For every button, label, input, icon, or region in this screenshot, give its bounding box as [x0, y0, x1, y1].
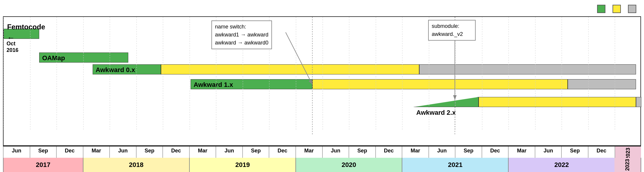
year-band-2017: 2017 [3, 158, 83, 172]
timeline-ticks: JunSepDecMarJunSepDecMarJunSepDecMarJunS… [3, 146, 641, 158]
submodule-text: submodule:awkward._v2 [432, 23, 463, 37]
awk0x-label: Awkward 0.x [96, 66, 135, 74]
year-band-2021: 2021 [402, 158, 508, 172]
awk1x-label: Awkward 1.x [194, 81, 233, 89]
legend-item-rel [613, 5, 623, 13]
tick-11: Mar [295, 146, 322, 158]
year-band-2018: 2018 [83, 158, 189, 172]
submodule-annotation: submodule:awkward._v2 [428, 20, 476, 41]
tick-6: Dec [162, 146, 189, 158]
legend [0, 0, 644, 16]
name-switch-annotation: name switch:awkward1 → awkwardawkward → … [211, 20, 272, 49]
tick-3: Mar [83, 146, 110, 158]
bar-awk2x-dev [413, 97, 479, 107]
chart-area: Femtocode ← Oct2016 OAMap Awkward 0.x Aw [3, 16, 641, 146]
dep-color-box [628, 5, 636, 13]
bar-awk1x-dep [568, 79, 636, 89]
bar-awk2x-dep [636, 97, 641, 107]
oct-2016-label: Oct2016 [7, 41, 18, 53]
tick-20: Jun [535, 146, 561, 158]
tick-15: Mar [402, 146, 428, 158]
tick-9: Sep [242, 146, 269, 158]
year-band-2020: 2020 [295, 158, 402, 172]
tick-5: Sep [136, 146, 163, 158]
tick-2: Dec [56, 146, 83, 158]
legend-item-dev [597, 5, 607, 13]
bar-awk0x-dep [419, 64, 636, 74]
legend-item-dep [628, 5, 638, 13]
year-bands: 2017201820192020202120222023 [3, 158, 641, 172]
tick-21: Sep [561, 146, 588, 158]
tick-8: Jun [216, 146, 242, 158]
tick-7: Mar [189, 146, 216, 158]
main-container: Femtocode ← Oct2016 OAMap Awkward 0.x Aw [0, 0, 644, 172]
tick-13: Sep [349, 146, 375, 158]
bar-awk0x-rel [161, 64, 419, 74]
tick-22: Dec [588, 146, 615, 158]
bar-awk1x-rel [312, 79, 568, 89]
chart-wrapper: Femtocode ← Oct2016 OAMap Awkward 0.x Aw [0, 16, 644, 172]
oamap-label: OAMap [42, 54, 65, 62]
year-band-2022: 2022 [508, 158, 614, 172]
tick-16: Jun [428, 146, 455, 158]
femtocode-label: Femtocode [7, 23, 45, 31]
awk2x-label: Awkward 2.x [416, 109, 456, 117]
tick-18: Dec [482, 146, 508, 158]
name-switch-text: name switch:awkward1 → awkwardawkward → … [215, 24, 268, 46]
year-band-2023: 2023 [615, 158, 641, 172]
rel-color-box [613, 5, 621, 13]
timeline-bar: JunSepDecMarJunSepDecMarJunSepDecMarJunS… [3, 146, 641, 172]
tick-1: Sep [30, 146, 56, 158]
tick-0: Jun [3, 146, 30, 158]
tick-12: Jun [322, 146, 349, 158]
year-band-2019: 2019 [189, 158, 295, 172]
tick-10: Dec [269, 146, 295, 158]
dev-color-box [597, 5, 605, 13]
bar-awk2x-rel [479, 97, 636, 107]
tick-23: 2023 [615, 146, 641, 158]
tick-17: Sep [455, 146, 482, 158]
tick-19: Mar [508, 146, 535, 158]
tick-14: Dec [375, 146, 402, 158]
svg-line-26 [286, 32, 312, 85]
tick-4: Jun [109, 146, 136, 158]
